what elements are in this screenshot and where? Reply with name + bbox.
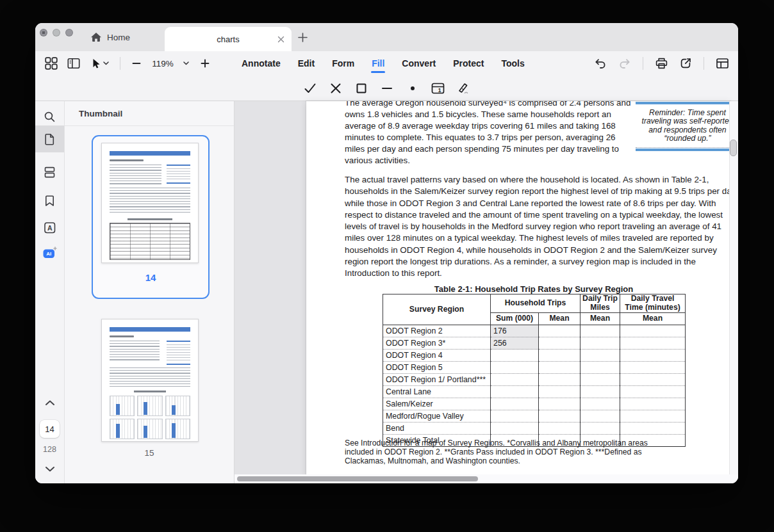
bookmarks-panel-button[interactable]	[35, 187, 64, 214]
content-area: A AI 14 128 Thumbnail	[35, 101, 738, 483]
fill-tool-date-stamp-button[interactable]: 1	[429, 79, 447, 97]
subheader-mean-trips: Mean	[539, 313, 580, 325]
table-row: ODOT Region 4	[383, 350, 686, 362]
fill-tool-dash-button[interactable]	[378, 79, 395, 97]
horizontal-scrollbar-track[interactable]	[235, 474, 738, 483]
fill-tool-dot-button[interactable]	[404, 79, 421, 97]
undo-button[interactable]	[592, 55, 609, 72]
menu-convert[interactable]: Convert	[402, 51, 436, 76]
view-options-button[interactable]	[714, 55, 730, 72]
horizontal-scrollbar-thumb[interactable]	[237, 476, 478, 481]
ai-assistant-button[interactable]: AI	[35, 239, 64, 266]
form-field-mean[interactable]	[539, 423, 580, 435]
form-field-sum[interactable]	[491, 410, 539, 423]
form-field-time[interactable]	[620, 350, 686, 362]
zoom-dropdown-button[interactable]	[181, 55, 191, 72]
pointer-tool-button[interactable]	[88, 55, 112, 72]
form-field-mean[interactable]	[539, 410, 580, 423]
form-field-time[interactable]	[620, 337, 686, 350]
annotations-panel-button[interactable]: A	[35, 214, 64, 241]
form-field-time[interactable]	[620, 423, 686, 435]
page-number-input[interactable]: 14	[40, 420, 60, 438]
decor-note-box	[167, 165, 190, 184]
fill-tool-rectangle-button[interactable]	[352, 79, 370, 97]
main-toolbar: 119% AnnotateEditFormFillConvertProtectT…	[35, 51, 738, 76]
trip-table-body: ODOT Region 2176ODOT Region 3*256ODOT Re…	[383, 325, 686, 447]
region-cell: Medford/Rogue Valley	[383, 410, 491, 423]
menu-annotate[interactable]: Annotate	[242, 51, 281, 76]
form-field-mean[interactable]	[539, 337, 580, 350]
fill-tool-cross-button[interactable]	[327, 79, 344, 97]
form-field-time[interactable]	[620, 410, 686, 423]
print-button[interactable]	[653, 55, 670, 72]
form-field-mean[interactable]	[539, 386, 580, 398]
tab-close-button[interactable]	[276, 35, 285, 44]
form-field-miles[interactable]	[580, 337, 620, 350]
close-window-button[interactable]	[40, 29, 47, 36]
form-field-miles[interactable]	[580, 350, 620, 362]
vertical-scrollbar-thumb[interactable]	[730, 140, 737, 156]
sidebar-toggle-button[interactable]	[65, 55, 82, 72]
form-field-sum[interactable]	[491, 386, 539, 398]
form-field-sum[interactable]	[491, 362, 539, 374]
next-page-button[interactable]	[35, 457, 64, 480]
text-line: households in the Salem/Keizer survey re…	[345, 186, 730, 197]
form-field-miles[interactable]	[580, 386, 620, 398]
thumbnails-panel-button[interactable]	[35, 125, 64, 152]
form-field-miles[interactable]	[580, 374, 620, 386]
page-icon	[43, 133, 56, 146]
menu-tools[interactable]: Tools	[502, 51, 525, 76]
form-field-sum[interactable]: 256	[491, 337, 539, 350]
zoom-level[interactable]: 119%	[151, 59, 175, 69]
new-tab-button[interactable]	[295, 30, 309, 44]
redo-button[interactable]	[616, 55, 633, 72]
form-field-sum[interactable]	[491, 374, 539, 386]
menu-edit[interactable]: Edit	[298, 51, 315, 76]
form-field-time[interactable]	[620, 386, 686, 398]
form-field-time[interactable]	[620, 325, 686, 337]
decor-heading	[110, 159, 144, 161]
form-field-mean[interactable]	[539, 362, 580, 374]
form-field-sum[interactable]	[491, 423, 539, 435]
zoom-window-button[interactable]	[65, 29, 73, 36]
minimize-window-button[interactable]	[53, 29, 60, 36]
thumbnail-page-14[interactable]: 14	[92, 135, 210, 299]
form-field-sum[interactable]	[491, 398, 539, 410]
vertical-scrollbar-track[interactable]	[729, 101, 738, 474]
grid-view-button[interactable]	[43, 55, 60, 72]
form-field-mean[interactable]	[539, 350, 580, 362]
form-field-miles[interactable]	[580, 410, 620, 423]
form-field-sum[interactable]	[491, 350, 539, 362]
document-tab[interactable]: charts	[165, 27, 292, 51]
grid-icon	[45, 57, 58, 70]
form-field-miles[interactable]	[580, 423, 620, 435]
form-field-time[interactable]	[620, 362, 686, 374]
menu-fill[interactable]: Fill	[372, 51, 384, 76]
form-field-mean[interactable]	[539, 325, 580, 337]
export-button[interactable]	[677, 55, 694, 72]
decor-text	[110, 367, 190, 387]
form-field-mean[interactable]	[539, 398, 580, 410]
decor-text	[110, 341, 160, 362]
document-page: The average Oregon household surveyed⁴ i…	[306, 101, 730, 476]
menu-protect[interactable]: Protect	[453, 51, 484, 76]
header-line: Daily Trip	[580, 294, 620, 303]
home-tab[interactable]: Home	[90, 23, 130, 51]
form-field-miles[interactable]	[580, 362, 620, 374]
zoom-in-button[interactable]	[197, 55, 213, 72]
form-field-time[interactable]	[620, 398, 686, 410]
thumbnail-label: 14	[93, 272, 208, 283]
menu-form[interactable]: Form	[332, 51, 354, 76]
page-14-preview-content	[102, 143, 198, 262]
form-field-miles[interactable]	[580, 325, 620, 337]
zoom-out-button[interactable]	[128, 55, 145, 72]
outline-panel-button[interactable]	[35, 159, 64, 186]
form-field-miles[interactable]	[580, 398, 620, 410]
form-field-sum[interactable]: 176	[491, 325, 539, 337]
fill-tool-checkmark-button[interactable]	[301, 79, 318, 97]
form-field-mean[interactable]	[539, 374, 580, 386]
form-field-time[interactable]	[620, 374, 686, 386]
thumbnail-page-15[interactable]: 15	[92, 312, 207, 466]
previous-page-button[interactable]	[35, 391, 64, 414]
fill-tool-signature-button[interactable]	[455, 79, 472, 97]
